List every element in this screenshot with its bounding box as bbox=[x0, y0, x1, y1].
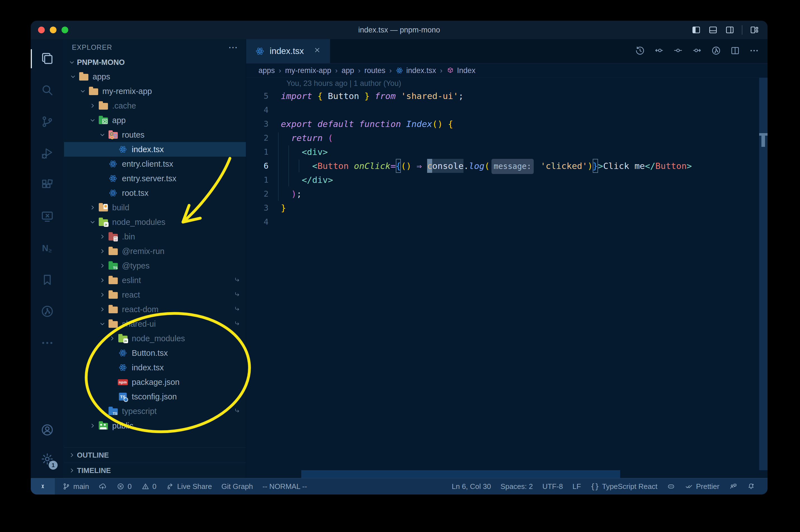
code-line-4[interactable]: 4 bbox=[246, 215, 759, 229]
layout-customize-icon[interactable] bbox=[750, 25, 759, 35]
code-token bbox=[281, 173, 302, 187]
code-line-6[interactable]: 6 <Button onClick={() ⇒ console.log(mess… bbox=[246, 159, 759, 173]
titlebar-separator bbox=[742, 25, 742, 35]
vertical-scrollbar[interactable] bbox=[759, 78, 767, 470]
activity-bookmarks[interactable] bbox=[31, 264, 64, 296]
editor-action-more[interactable] bbox=[749, 45, 759, 57]
tree-item-index.tsx[interactable]: index.tsx bbox=[64, 142, 246, 157]
status-remote[interactable] bbox=[31, 478, 55, 495]
tree-item-my-remix-app[interactable]: my-remix-app bbox=[64, 84, 246, 98]
status-indentation[interactable]: Spaces: 2 bbox=[500, 482, 533, 491]
code-line-2[interactable]: 2 return ( bbox=[246, 131, 759, 145]
editor-action-gitlens[interactable] bbox=[711, 45, 721, 57]
tree-item-@types[interactable]: TS @types bbox=[64, 259, 246, 273]
tree-item-shared-ui[interactable]: shared-ui bbox=[64, 317, 246, 331]
status-prettier[interactable]: Prettier bbox=[685, 482, 720, 491]
activity-settings[interactable]: 1 bbox=[31, 445, 64, 474]
minimize-window-button[interactable] bbox=[50, 26, 57, 33]
status-vim-mode[interactable]: -- NORMAL -- bbox=[262, 482, 307, 491]
layout-sidebar-left-icon[interactable] bbox=[691, 25, 701, 35]
tree-item-build[interactable]: build bbox=[64, 200, 246, 215]
tree-item-public[interactable]: public bbox=[64, 418, 246, 433]
activity-more-views[interactable] bbox=[31, 327, 64, 359]
status-git-branch[interactable]: main bbox=[62, 482, 89, 491]
code-line-1[interactable]: 1 </div> bbox=[246, 173, 759, 187]
tab-index-tsx[interactable]: index.tsx bbox=[246, 39, 330, 63]
tree-item-.bin[interactable]: 0110 .bin bbox=[64, 229, 246, 244]
outline-section-header[interactable]: OUTLINE bbox=[64, 447, 246, 463]
tree-item-apps[interactable]: apps bbox=[64, 69, 246, 84]
tree-item-app[interactable]: app bbox=[64, 113, 246, 128]
code-token: ) bbox=[291, 187, 297, 201]
activity-remote-explorer[interactable] bbox=[31, 201, 64, 233]
layout-sidebar-right-icon[interactable] bbox=[725, 25, 735, 35]
code-line-5[interactable]: 5import { Button } from 'shared-ui'; bbox=[246, 89, 759, 103]
status-cursor-position[interactable]: Ln 6, Col 30 bbox=[452, 482, 491, 491]
code-line-1[interactable]: 1 <div> bbox=[246, 145, 759, 159]
breadcrumb-app[interactable]: app bbox=[342, 66, 354, 75]
tree-item-@remix-run[interactable]: @remix-run bbox=[64, 244, 246, 259]
prettier-icon bbox=[685, 482, 693, 491]
title-bar[interactable]: index.tsx — pnpm-mono bbox=[31, 21, 767, 39]
horizontal-scrollbar[interactable] bbox=[301, 470, 620, 478]
breadcrumb-my-remix-app[interactable]: my-remix-app bbox=[285, 66, 331, 75]
tree-item-react[interactable]: react bbox=[64, 287, 246, 302]
overview-ruler-cursor-marker bbox=[761, 136, 765, 147]
activity-nx-console[interactable]: N≥ bbox=[31, 233, 64, 264]
status-warnings[interactable]: 0 bbox=[141, 482, 156, 491]
close-tab-icon[interactable] bbox=[313, 46, 321, 56]
status-eol[interactable]: LF bbox=[573, 482, 581, 491]
timeline-section-header[interactable]: TIMELINE bbox=[64, 463, 246, 478]
activity-extensions[interactable] bbox=[31, 170, 64, 201]
code-line-3[interactable]: 3} bbox=[246, 201, 759, 215]
tree-item-root.tsx[interactable]: root.tsx bbox=[64, 186, 246, 200]
code-line-4[interactable]: 4 bbox=[246, 103, 759, 117]
status-publish[interactable] bbox=[98, 482, 107, 491]
tree-item-tsconfig.json[interactable]: TS tsconfig.json bbox=[64, 390, 246, 404]
tree-item-typescript[interactable]: TS typescript bbox=[64, 404, 246, 418]
breadcrumb-apps[interactable]: apps bbox=[259, 66, 275, 75]
explorer-more-actions-button[interactable]: ⋯ bbox=[228, 42, 238, 53]
activity-explorer[interactable] bbox=[31, 43, 64, 75]
code-editor[interactable]: You, 23 hours ago | 1 author (You) 5impo… bbox=[246, 78, 759, 478]
editor-action-history[interactable] bbox=[635, 45, 645, 57]
tree-item-node-modules[interactable]: js node_modules bbox=[64, 215, 246, 229]
tree-item-entry.server.tsx[interactable]: entry.server.tsx bbox=[64, 171, 246, 186]
breadcrumb-Index[interactable]: Index bbox=[446, 66, 476, 75]
status-errors[interactable]: 0 bbox=[116, 482, 132, 491]
tree-item-react-dom[interactable]: react-dom bbox=[64, 302, 246, 317]
status-copilot[interactable] bbox=[667, 482, 675, 491]
tree-item-eslint[interactable]: eslint bbox=[64, 273, 246, 287]
code-line-3[interactable]: 3export default function Index() { bbox=[246, 117, 759, 131]
maximize-window-button[interactable] bbox=[61, 26, 68, 33]
close-window-button[interactable] bbox=[38, 26, 45, 33]
status-live-share[interactable]: Live Share bbox=[166, 482, 212, 491]
activity-run-debug[interactable] bbox=[31, 138, 64, 170]
editor-action-next-change[interactable] bbox=[692, 45, 702, 57]
code-line-2[interactable]: 2 ); bbox=[246, 187, 759, 201]
tree-item-.cache[interactable]: .cache bbox=[64, 98, 246, 113]
status-encoding[interactable]: UTF-8 bbox=[542, 482, 563, 491]
workspace-section-header[interactable]: PNPM-MONO bbox=[64, 55, 246, 69]
tree-item-node-modules[interactable]: js node_modules bbox=[64, 331, 246, 346]
status-notifications[interactable] bbox=[747, 482, 755, 491]
tree-item-Button.tsx[interactable]: Button.tsx bbox=[64, 346, 246, 360]
status-git-graph[interactable]: Git Graph bbox=[222, 482, 253, 491]
activity-account[interactable] bbox=[31, 416, 64, 445]
activity-search[interactable] bbox=[31, 75, 64, 106]
editor-action-prev-change[interactable] bbox=[654, 45, 664, 57]
status-language-mode[interactable]: {}TypeScript React bbox=[590, 482, 658, 491]
activity-git-graph[interactable] bbox=[31, 296, 64, 327]
tree-item-routes[interactable]: routes bbox=[64, 128, 246, 142]
status-feedback[interactable] bbox=[729, 482, 737, 491]
code-token: Button bbox=[318, 159, 349, 173]
breadcrumb-index.tsx[interactable]: index.tsx bbox=[396, 66, 436, 75]
tree-item-entry.client.tsx[interactable]: entry.client.tsx bbox=[64, 157, 246, 171]
layout-panel-bottom-icon[interactable] bbox=[708, 25, 718, 35]
editor-action-split-editor[interactable] bbox=[730, 45, 740, 57]
editor-action-current-change[interactable] bbox=[673, 45, 683, 57]
breadcrumb-routes[interactable]: routes bbox=[364, 66, 385, 75]
tree-item-package.json[interactable]: npm package.json bbox=[64, 375, 246, 390]
tree-item-index.tsx[interactable]: index.tsx bbox=[64, 360, 246, 375]
activity-source-control[interactable] bbox=[31, 106, 64, 138]
